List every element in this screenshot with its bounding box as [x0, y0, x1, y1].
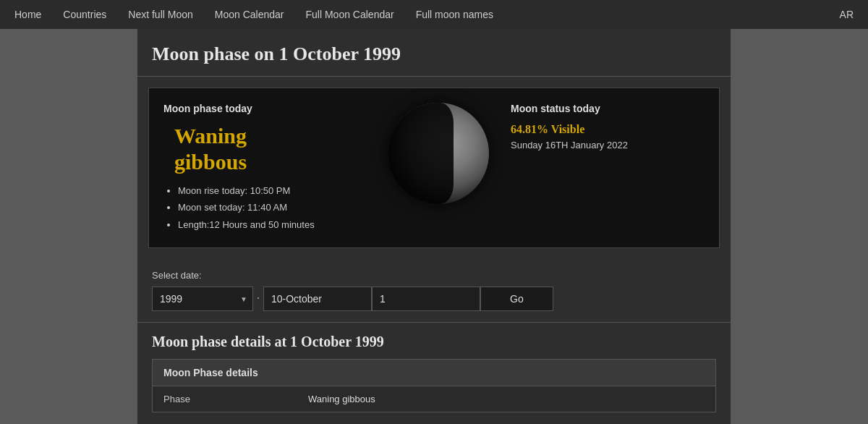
- moon-left-panel: Moon phase today Waninggibbous Moon rise…: [163, 103, 366, 233]
- select-date-label: Select date:: [152, 270, 716, 281]
- moon-length-info: Length:12 Hours and 50 minutes: [178, 216, 366, 233]
- moon-shadow: [388, 103, 454, 204]
- main-content: Moon phase on 1 October 1999 Moon phase …: [137, 29, 731, 424]
- details-section: Moon phase details at 1 October 1999 Moo…: [137, 323, 731, 412]
- details-table-row: Phase Waning gibbous: [153, 386, 715, 412]
- nav-full-moon-names[interactable]: Full moon names: [416, 9, 493, 20]
- page-title: Moon phase on 1 October 1999: [152, 43, 716, 65]
- phase-label: Phase: [163, 394, 308, 404]
- year-select-wrapper: 1999 2000 2001 1998 1997 ▼: [152, 287, 253, 311]
- moon-image-area: [366, 103, 511, 204]
- nav-moon-calendar[interactable]: Moon Calendar: [215, 9, 284, 20]
- day-input[interactable]: [372, 287, 480, 311]
- moon-visibility: 64.81% Visible: [511, 123, 705, 136]
- date-selector-area: Select date: 1999 2000 2001 1998 1997 ▼ …: [137, 259, 731, 323]
- go-button[interactable]: Go: [480, 287, 553, 311]
- details-table: Moon Phase details Phase Waning gibbous: [152, 359, 716, 412]
- details-table-header: Moon Phase details: [153, 360, 715, 386]
- page-title-area: Moon phase on 1 October 1999: [137, 29, 731, 77]
- year-select[interactable]: 1999 2000 2001 1998 1997: [152, 287, 253, 311]
- navbar: Home Countries Next full Moon Moon Calen…: [0, 0, 868, 29]
- moon-info-list: Moon rise today: 10:50 PM Moon set today…: [178, 182, 366, 233]
- moon-image: [388, 103, 489, 204]
- nav-lang[interactable]: AR: [840, 9, 854, 20]
- moon-status-date: Sunday 16TH January 2022: [511, 140, 705, 150]
- nav-countries[interactable]: Countries: [63, 9, 106, 20]
- moon-set-info: Moon set today: 11:40 AM: [178, 199, 366, 216]
- moon-phase-card: Moon phase today Waninggibbous Moon rise…: [148, 88, 720, 248]
- details-title: Moon phase details at 1 October 1999: [152, 334, 716, 350]
- date-separator: ·: [253, 292, 263, 305]
- moon-status-today-label: Moon status today: [511, 103, 705, 114]
- moon-rise-info: Moon rise today: 10:50 PM: [178, 182, 366, 199]
- date-controls: 1999 2000 2001 1998 1997 ▼ · Go: [152, 287, 716, 311]
- nav-next-full-moon[interactable]: Next full Moon: [128, 9, 192, 20]
- nav-home[interactable]: Home: [14, 9, 41, 20]
- phase-name: Waninggibbous: [174, 123, 366, 175]
- month-input[interactable]: [263, 287, 372, 311]
- moon-right-panel: Moon status today 64.81% Visible Sunday …: [511, 103, 705, 150]
- phase-value: Waning gibbous: [308, 394, 705, 404]
- nav-full-moon-calendar[interactable]: Full Moon Calendar: [306, 9, 394, 20]
- moon-phase-today-label: Moon phase today: [163, 103, 366, 114]
